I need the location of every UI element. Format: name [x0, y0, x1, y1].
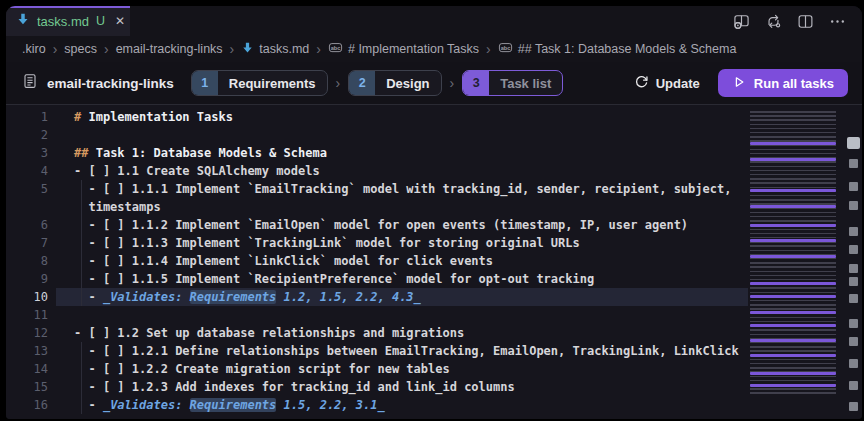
line-number[interactable]: 1: [6, 108, 48, 126]
breadcrumb-separator: ›: [316, 42, 321, 56]
code-segment-marker: #: [74, 110, 88, 124]
line-number[interactable]: 3: [6, 144, 48, 162]
code-editor: 12345678910111213141516 # Implementation…: [6, 105, 862, 419]
breadcrumb-item[interactable]: tasks.md: [241, 41, 309, 57]
symbol-text-icon: abc: [498, 40, 513, 58]
step-design[interactable]: 2Design: [348, 70, 441, 96]
code-segment-text: - [ ] 1.2.2 Create migration script for …: [74, 362, 450, 376]
code-segment-text: -: [74, 398, 103, 412]
minimap-highlight-bar: [750, 142, 836, 145]
breadcrumb-item[interactable]: specs: [64, 42, 97, 56]
minimap-highlight-bar: [750, 354, 836, 357]
indent-guide: [81, 342, 82, 414]
code-line[interactable]: - [ ] 1.1.3 Implement `TrackingLink` mod…: [56, 234, 748, 252]
code-line[interactable]: - [ ] 1.2.2 Create migration script for …: [56, 360, 748, 378]
line-number[interactable]: [6, 198, 48, 216]
step-task-list[interactable]: 3Task list: [462, 70, 563, 96]
minimap-highlight-bar: [750, 239, 836, 242]
open-preview-icon[interactable]: [733, 13, 750, 30]
line-number[interactable]: 13: [6, 342, 48, 360]
breadcrumb-item[interactable]: .kiro: [22, 42, 46, 56]
line-number[interactable]: 7: [6, 234, 48, 252]
code-line[interactable]: - [ ] 1.2.3 Add indexes for tracking_id …: [56, 378, 748, 396]
more-actions-icon[interactable]: [829, 13, 846, 30]
code-segment-text: - [ ] 1.1.2 Implement `EmailOpen` model …: [74, 218, 688, 232]
code-line[interactable]: - [ ] 1.2.1 Define relationships between…: [56, 342, 748, 360]
code-line[interactable]: - [ ] 1.1 Create SQLAlchemy models: [56, 162, 748, 180]
step-separator: ›: [450, 75, 455, 91]
code-segment-heading: Task 1: Database Models & Schema: [96, 146, 327, 160]
minimap-highlight-bar: [750, 384, 836, 387]
line-number[interactable]: 14: [6, 360, 48, 378]
breadcrumb-separator: ›: [486, 42, 491, 56]
code-line-current[interactable]: - _Validates: Requirements 1.2, 1.5, 2.2…: [56, 288, 748, 306]
overview-ruler[interactable]: [844, 105, 862, 419]
split-editor-icon[interactable]: [797, 13, 814, 30]
code-line[interactable]: - [ ] 1.1.4 Implement `LinkClick` model …: [56, 252, 748, 270]
code-segment-text: - [ ] 1.1.1 Implement `EmailTracking` mo…: [74, 182, 731, 196]
overview-ruler-marker: [849, 159, 858, 168]
tab-tasks-md[interactable]: tasks.md U ✕: [6, 6, 130, 36]
code-segment-text: - [ ] 1.2 Set up database relationships …: [74, 326, 464, 340]
code-line[interactable]: [56, 306, 748, 324]
line-number[interactable]: 12: [6, 324, 48, 342]
code-line[interactable]: - [ ] 1.1.1 Implement `EmailTracking` mo…: [56, 180, 748, 198]
compare-changes-icon[interactable]: [765, 13, 782, 30]
line-number[interactable]: 10: [6, 288, 48, 306]
line-number[interactable]: 6: [6, 216, 48, 234]
minimap-highlight-bar: [750, 311, 836, 314]
git-status-badge: U: [96, 14, 105, 28]
line-number[interactable]: 4: [6, 162, 48, 180]
code-line[interactable]: - [ ] 1.2 Set up database relationships …: [56, 324, 748, 342]
spec-steps: 1Requirements›2Design›3Task list: [191, 70, 563, 96]
spec-toolbar: email-tracking-links 1Requirements›2Desi…: [6, 62, 862, 105]
step-separator: ›: [336, 75, 341, 91]
minimap-highlight-bar: [750, 282, 836, 285]
code-line[interactable]: ## Task 1: Database Models & Schema: [56, 144, 748, 162]
line-number[interactable]: 16: [6, 396, 48, 414]
code-line[interactable]: [56, 126, 748, 144]
overview-ruler-marker: [849, 337, 858, 346]
code-line[interactable]: timestamps: [56, 198, 748, 216]
minimap-highlight-bar: [750, 372, 836, 375]
breadcrumb-item[interactable]: abc## Task 1: Database Models & Schema: [498, 40, 737, 58]
update-button[interactable]: Update: [634, 74, 700, 92]
breadcrumb-separator: ›: [230, 42, 235, 56]
line-number[interactable]: 5: [6, 180, 48, 198]
code-segment-text: - [ ] 1.2.3 Add indexes for tracking_id …: [74, 380, 515, 394]
code-line[interactable]: - [ ] 1.1.2 Implement `EmailOpen` model …: [56, 216, 748, 234]
code-segment-validates-highlight: Requirements: [190, 290, 277, 304]
line-number[interactable]: 2: [6, 126, 48, 144]
overview-ruler-marker: [849, 264, 858, 273]
editor-window: tasks.md U ✕ .kiro›specs›email-tracking-…: [6, 6, 862, 419]
clipboard-icon: [22, 73, 38, 93]
line-number[interactable]: 9: [6, 270, 48, 288]
breadcrumb-item[interactable]: email-tracking-links: [116, 42, 223, 56]
line-number[interactable]: 15: [6, 378, 48, 396]
code-segment-heading: Implementation Tasks: [88, 110, 233, 124]
run-all-tasks-button[interactable]: Run all tasks: [718, 69, 848, 97]
line-number[interactable]: 11: [6, 306, 48, 324]
code-line[interactable]: - [ ] 1.1.5 Implement `RecipientPreferen…: [56, 270, 748, 288]
line-number[interactable]: 8: [6, 252, 48, 270]
code-line[interactable]: # Implementation Tasks: [56, 108, 748, 126]
overview-ruler-marker: [849, 359, 858, 368]
minimap-highlight-bar: [750, 205, 836, 208]
code-segment-text: -: [74, 290, 103, 304]
indent-guide: [81, 180, 82, 306]
editor-actions: [733, 6, 862, 36]
code-segment-text: - [ ] 1.1.3 Implement `TrackingLink` mod…: [74, 236, 580, 250]
overview-ruler-marker: [849, 294, 858, 303]
code-area[interactable]: # Implementation Tasks## Task 1: Databas…: [56, 105, 748, 419]
overview-ruler-marker: [849, 277, 858, 286]
breadcrumb-item[interactable]: abc# Implementation Tasks: [328, 40, 479, 58]
breadcrumb-separator: ›: [104, 42, 109, 56]
minimap[interactable]: [748, 105, 844, 419]
close-icon[interactable]: ✕: [115, 14, 125, 28]
symbol-text-icon: abc: [328, 40, 343, 58]
scrollbar-position-marker[interactable]: [847, 137, 860, 149]
breadcrumb: .kiro›specs›email-tracking-links›tasks.m…: [6, 36, 862, 62]
breadcrumb-label: .kiro: [22, 42, 46, 56]
step-requirements[interactable]: 1Requirements: [191, 70, 328, 96]
code-line[interactable]: - _Validates: Requirements 1.5, 2.2, 3.1…: [56, 396, 748, 414]
